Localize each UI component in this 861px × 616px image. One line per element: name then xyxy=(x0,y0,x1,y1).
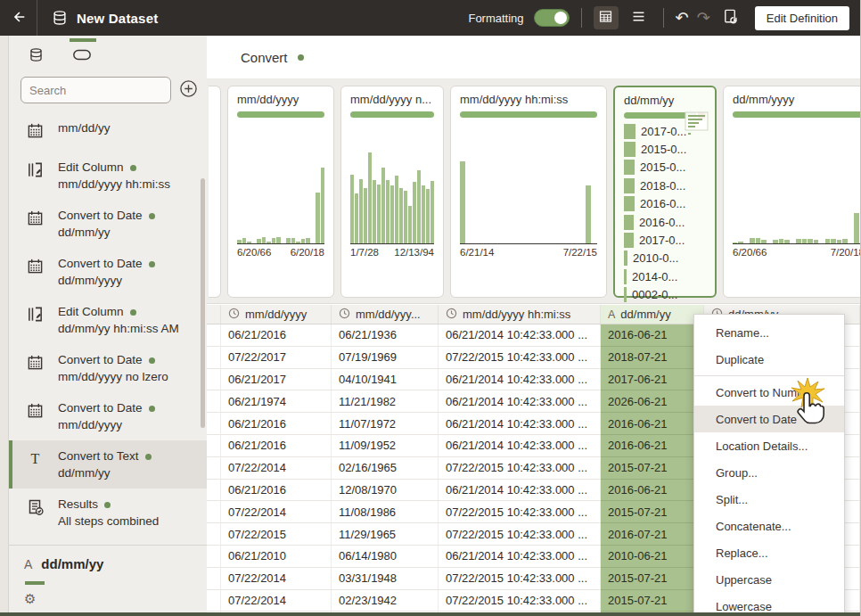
table-cell[interactable]: 07/19/1969 xyxy=(332,347,439,369)
sidebar-step[interactable]: Edit Columnmm/dd/yyyy hh:mi:ss xyxy=(9,152,207,200)
list-view-button[interactable] xyxy=(627,6,652,29)
menu-item[interactable]: Concatenate... xyxy=(694,513,844,539)
table-cell[interactable]: 06/21/2014 10:42:33.000 ... xyxy=(439,480,601,502)
menu-item[interactable]: Group... xyxy=(694,459,844,486)
table-cell[interactable]: 2016-06-21 xyxy=(601,413,704,435)
undo-button[interactable]: ↶ xyxy=(676,10,689,26)
table-cell[interactable]: 06/21/2017 xyxy=(221,369,332,391)
table-cell[interactable]: 06/21/2014 10:42:33.000 ... xyxy=(439,435,601,457)
table-cell[interactable]: 2015-07-21 xyxy=(601,501,704,523)
table-cell[interactable]: 06/21/2014 10:42:33.000 ... xyxy=(439,369,601,391)
table-cell[interactable]: 2015-07-21 xyxy=(601,457,704,480)
table-cell[interactable]: 11/07/1972 xyxy=(332,413,439,435)
tab-prepare[interactable] xyxy=(68,45,96,68)
table-cell[interactable]: 11/08/1986 xyxy=(332,501,439,523)
column-header[interactable]: mm/dd/yyyy hh:mi:ss xyxy=(439,305,601,324)
table-cell[interactable]: 07/22/2014 xyxy=(221,568,332,590)
table-cell[interactable]: 06/21/2014 10:42:33.000 ... xyxy=(439,390,601,413)
table-cell[interactable]: 03/31/1948 xyxy=(332,568,439,590)
formatting-toggle[interactable] xyxy=(534,9,570,27)
menu-item[interactable]: Rename... xyxy=(694,319,844,346)
sidebar-step[interactable]: Convert to Datemm/dd/yyyy no lzero xyxy=(9,344,207,392)
table-cell[interactable]: 06/21/2014 10:42:33.000 ... xyxy=(439,324,601,347)
column-card[interactable]: mm/dd/yyyy hh:mi:ss6/21/147/22/15 xyxy=(450,86,607,298)
table-cell[interactable]: 07/22/2015 10:42:33.000 ... xyxy=(439,501,601,523)
table-cell[interactable]: 2018-07-21 xyxy=(601,347,704,369)
search-input[interactable] xyxy=(29,84,162,97)
column-card[interactable]: dd/mm/yyyy6/20/667/20/18 xyxy=(723,86,860,298)
table-cell[interactable]: 2017-06-21 xyxy=(601,369,704,391)
table-cell[interactable]: 02/16/1965 xyxy=(332,457,439,480)
table-cell[interactable]: 07/22/2015 10:42:33.000 ... xyxy=(439,347,601,369)
sidebar-step[interactable]: mm/dd/yy xyxy=(9,112,207,152)
sidebar-step[interactable]: Convert to Datedd/mm/yy xyxy=(9,200,207,248)
sidebar-step[interactable]: Edit Columndd/mm/yy hh:mi:ss AM xyxy=(9,296,207,344)
tab-data[interactable] xyxy=(21,45,50,68)
top-value-row[interactable]: 2016-0... xyxy=(624,213,706,231)
table-cell[interactable]: 06/21/2016 xyxy=(221,413,332,435)
redo-button[interactable]: ↷ xyxy=(697,10,710,26)
sidebar-step[interactable]: ResultsAll steps combined xyxy=(9,489,207,537)
table-cell[interactable]: 07/22/2015 10:42:33.000 ... xyxy=(439,523,601,546)
add-step-button[interactable] xyxy=(179,79,198,101)
edit-definition-button[interactable]: Edit Definition xyxy=(755,6,849,30)
top-value-row[interactable]: 2017-0... xyxy=(624,231,706,249)
top-value-row[interactable]: 2015-0... xyxy=(624,140,706,158)
menu-item[interactable]: Convert to Date xyxy=(694,406,844,432)
column-card[interactable]: mm/dd/yyyy n...1/7/2812/13/94 xyxy=(340,86,444,298)
search-box[interactable] xyxy=(20,77,171,103)
sidebar-step[interactable]: TConvert to Textdd/mm/yy xyxy=(9,440,207,489)
table-cell[interactable]: 06/21/1974 xyxy=(221,390,332,413)
menu-item[interactable]: Location Details... xyxy=(694,432,844,459)
table-cell[interactable]: 12/08/1970 xyxy=(332,480,439,502)
table-cell[interactable]: 2026-06-21 xyxy=(601,390,704,413)
table-cell[interactable]: 07/22/2014 xyxy=(221,590,332,612)
table-cell[interactable]: 2016-06-21 xyxy=(601,435,704,457)
sidebar-step[interactable]: Convert to Datedd/mm/yyyy xyxy=(9,248,207,296)
table-cell[interactable]: 02/23/1942 xyxy=(332,590,439,612)
menu-item[interactable]: Convert to Number xyxy=(694,379,844,406)
table-cell[interactable]: 06/14/1980 xyxy=(332,546,439,568)
table-cell[interactable]: 11/09/1952 xyxy=(332,435,439,457)
table-cell[interactable]: 2015-07-21 xyxy=(601,568,704,590)
table-cell[interactable]: 07/22/2015 10:42:33.000 ... xyxy=(439,568,601,590)
back-button[interactable] xyxy=(0,0,37,36)
menu-item[interactable]: Uppercase xyxy=(694,566,844,593)
table-cell[interactable]: 2016-06-21 xyxy=(601,324,704,347)
table-cell[interactable]: 06/21/1936 xyxy=(332,324,439,347)
table-cell[interactable]: 2015-07-21 xyxy=(601,590,704,612)
table-cell[interactable]: 04/10/1941 xyxy=(332,369,439,391)
column-header[interactable]: mm/dd/yyy... xyxy=(332,305,439,324)
column-card-partial[interactable] xyxy=(209,86,221,298)
top-value-row[interactable]: 2014-0... xyxy=(624,267,706,285)
table-cell[interactable]: 07/22/2015 xyxy=(221,523,332,546)
column-card[interactable]: dd/mm/yy2017-0...2015-0...2015-0...2018-… xyxy=(613,86,717,298)
table-cell[interactable]: 06/21/2016 xyxy=(221,480,332,502)
top-value-row[interactable]: 2016-0... xyxy=(624,195,706,213)
sidebar-scrollbar[interactable] xyxy=(201,178,205,428)
top-value-row[interactable]: 2018-0... xyxy=(624,177,706,194)
table-cell[interactable]: 11/29/1965 xyxy=(332,523,439,546)
menu-item[interactable]: Replace... xyxy=(694,539,844,566)
table-cell[interactable]: 2010-06-21 xyxy=(601,546,704,568)
top-value-row[interactable]: 0002-0... xyxy=(624,286,706,304)
grid-view-button[interactable] xyxy=(594,6,619,29)
top-value-row[interactable]: 2015-0... xyxy=(624,159,706,177)
table-cell[interactable]: 06/21/2010 xyxy=(221,546,332,568)
inspect-button[interactable] xyxy=(718,6,743,29)
table-cell[interactable]: 06/21/2014 10:42:33.000 ... xyxy=(439,413,601,435)
table-cell[interactable]: 06/21/2014 10:42:33.000 ... xyxy=(439,546,601,568)
sidebar-step[interactable]: Convert to Datemm/dd/yyyy xyxy=(9,392,207,440)
table-cell[interactable]: 11/21/1982 xyxy=(332,390,439,413)
gear-icon[interactable]: ⚙ xyxy=(24,591,36,607)
menu-item[interactable]: Split... xyxy=(694,486,844,513)
menu-item[interactable]: Duplicate xyxy=(694,346,844,373)
table-cell[interactable]: 07/22/2014 xyxy=(221,457,332,480)
table-cell[interactable]: 07/22/2014 xyxy=(221,501,332,523)
top-value-row[interactable]: 2010-0... xyxy=(624,250,706,267)
table-cell[interactable]: 07/22/2015 10:42:33.000 ... xyxy=(439,590,601,612)
table-cell[interactable]: 07/22/2015 10:42:33.000 ... xyxy=(439,457,601,480)
table-cell[interactable]: 06/21/2016 xyxy=(221,435,332,457)
table-cell[interactable]: 2016-07-21 xyxy=(601,523,704,546)
column-card[interactable]: mm/dd/yyyy6/20/666/20/18 xyxy=(227,86,334,298)
